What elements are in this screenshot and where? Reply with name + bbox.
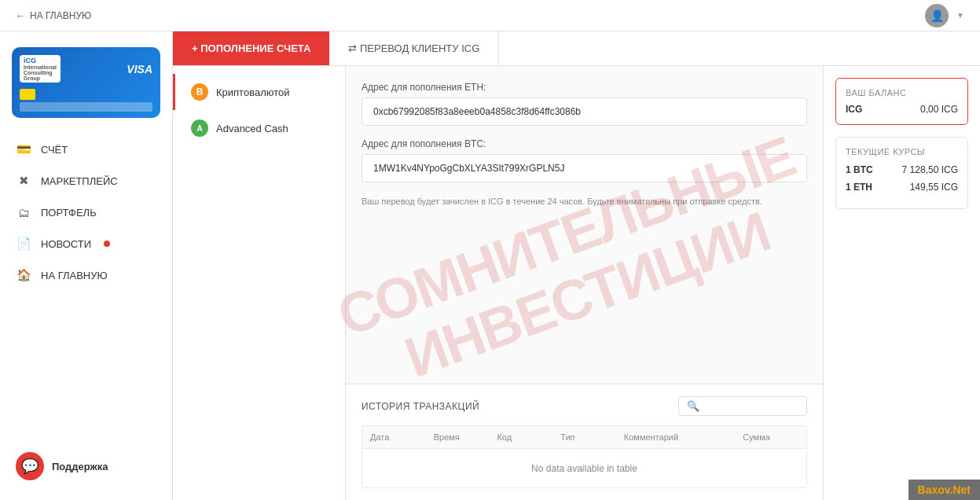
- method-advcash[interactable]: A Advanced Cash: [173, 110, 345, 146]
- col-type: Тип: [560, 432, 616, 442]
- deposit-content: Адрес для пополнения ETH: 0xcb67992085f8…: [346, 66, 823, 384]
- sidebar-item-marketplace-label: МАРКЕТПЛЕЙС: [41, 175, 118, 187]
- table-body: No data available in table: [362, 449, 807, 488]
- col-comment: Комментарий: [624, 432, 735, 442]
- method-advcash-label: Advanced Cash: [216, 123, 288, 134]
- sidebar-item-portfolio[interactable]: 🗂 ПОРТФЕЛЬ: [0, 197, 172, 228]
- tab-deposit-label: + ПОПОЛНЕНИЕ СЧЕТА: [192, 42, 310, 54]
- balance-row: ICG 0,00 ICG: [846, 104, 958, 115]
- top-bar: ← НА ГЛАВНУЮ 👤 ▼: [0, 0, 980, 31]
- eth-rate-coin: 1 ETH: [846, 182, 872, 193]
- back-link[interactable]: ← НА ГЛАВНУЮ: [16, 10, 91, 21]
- content-area: B Криптовалютой A Advanced Cash Адрес дл…: [173, 66, 980, 500]
- card-stripe: [20, 102, 152, 112]
- sidebar-item-home[interactable]: 🏠 НА ГЛАВНУЮ: [0, 259, 172, 291]
- main-layout: iCGInternationalConsultingGroup VISA 💳 С…: [0, 31, 980, 500]
- balance-title: ВАШ БАЛАНС: [846, 88, 958, 97]
- btc-rate-coin: 1 BTC: [846, 164, 873, 175]
- tab-deposit[interactable]: + ПОПОЛНЕНИЕ СЧЕТА: [173, 31, 329, 65]
- deposit-note: Ваш перевод будет зачислен в ICG в течен…: [362, 195, 807, 208]
- news-badge: [104, 241, 110, 247]
- col-date: Дата: [370, 432, 426, 442]
- home-icon: 🏠: [16, 267, 31, 283]
- visa-label: VISA: [127, 63, 152, 75]
- col-time: Время: [434, 432, 490, 442]
- transactions-area: ИСТОРИЯ ТРАНЗАКЦИЙ 🔍 Дата Время Код Тип …: [346, 384, 823, 500]
- rate-row-eth: 1 ETH 149,55 ICG: [846, 182, 958, 193]
- right-panel: ВАШ БАЛАНС ICG 0,00 ICG ТЕКУЩИЕ КУРСЫ 1 …: [823, 66, 980, 500]
- top-right-controls: 👤 ▼: [925, 4, 964, 28]
- baxov-watermark: Baxov.Net: [908, 480, 980, 500]
- main-content: + ПОПОЛНЕНИЕ СЧЕТА ⇄ ПЕРЕВОД КЛИЕНТУ ICG…: [173, 31, 980, 500]
- rates-card: ТЕКУЩИЕ КУРСЫ 1 BTC 7 128,50 ICG 1 ETH 1…: [835, 137, 968, 209]
- btc-address-block: Адрес для пополнения BTC: 1MW1Kv4NYpoGgC…: [362, 138, 807, 182]
- tab-transfer-label: ⇄ ПЕРЕВОД КЛИЕНТУ ICG: [348, 42, 479, 54]
- news-icon: 📄: [16, 236, 31, 252]
- tabs-area: + ПОПОЛНЕНИЕ СЧЕТА ⇄ ПЕРЕВОД КЛИЕНТУ ICG: [173, 31, 980, 66]
- btc-address-label: Адрес для пополнения BTC:: [362, 138, 807, 149]
- support-section[interactable]: 💬 Поддержка: [0, 440, 172, 492]
- icg-logo: iCGInternationalConsultingGroup: [20, 55, 61, 83]
- back-arrow: ←: [16, 10, 25, 21]
- transactions-title: ИСТОРИЯ ТРАНЗАКЦИЙ: [362, 401, 479, 412]
- back-label: НА ГЛАВНУЮ: [30, 10, 91, 21]
- balance-card: ВАШ БАЛАНС ICG 0,00 ICG: [835, 78, 968, 125]
- eth-address-label: Адрес для пополнения ETH:: [362, 82, 807, 93]
- col-sum: Сумма: [743, 432, 798, 442]
- search-box[interactable]: 🔍: [678, 396, 807, 416]
- account-icon: 💳: [16, 142, 31, 157]
- eth-rate-value: 149,55 ICG: [910, 182, 958, 193]
- deposit-methods-panel: B Криптовалютой A Advanced Cash: [173, 66, 346, 500]
- btc-address-value: 1MW1Kv4NYpoGgCbXLYA3SIt799XrGPLN5J: [362, 154, 807, 182]
- sidebar-item-marketplace[interactable]: ✖ МАРКЕТПЛЕЙС: [0, 165, 172, 197]
- center-panel: Адрес для пополнения ETH: 0xcb67992085f8…: [346, 66, 823, 500]
- no-data-message: No data available in table: [531, 463, 637, 474]
- sidebar-item-news-label: НОВОСТИ: [41, 238, 91, 250]
- method-crypto[interactable]: B Криптовалютой: [173, 74, 345, 110]
- col-code: Код: [497, 432, 552, 442]
- search-icon: 🔍: [687, 400, 699, 412]
- card-preview: iCGInternationalConsultingGroup VISA: [12, 47, 160, 118]
- advcash-icon: A: [191, 119, 208, 137]
- card-logo: iCGInternationalConsultingGroup VISA: [20, 55, 152, 83]
- baxov-text-orange: .Net: [950, 483, 971, 496]
- search-input[interactable]: [704, 401, 798, 412]
- card-chip: [20, 89, 35, 100]
- baxov-text-white: Baxov: [918, 483, 950, 496]
- method-crypto-label: Криптовалютой: [216, 86, 289, 98]
- sidebar-item-account-label: СЧЁТ: [41, 144, 68, 156]
- sidebar-item-news[interactable]: 📄 НОВОСТИ: [0, 228, 172, 259]
- sidebar-item-account[interactable]: 💳 СЧЁТ: [0, 134, 172, 165]
- user-avatar[interactable]: 👤: [925, 4, 949, 28]
- sidebar: iCGInternationalConsultingGroup VISA 💳 С…: [0, 31, 173, 500]
- transactions-header: ИСТОРИЯ ТРАНЗАКЦИЙ 🔍: [362, 396, 807, 416]
- portfolio-icon: 🗂: [16, 204, 31, 220]
- support-bubble: 💬: [16, 452, 44, 480]
- sidebar-item-portfolio-label: ПОРТФЕЛЬ: [41, 207, 97, 219]
- crypto-icon: B: [191, 83, 208, 101]
- rates-title: ТЕКУЩИЕ КУРСЫ: [846, 147, 958, 156]
- rate-row-btc: 1 BTC 7 128,50 ICG: [846, 164, 958, 175]
- support-label: Поддержка: [52, 461, 108, 472]
- tab-transfer[interactable]: ⇄ ПЕРЕВОД КЛИЕНТУ ICG: [329, 31, 499, 65]
- balance-amount: 0,00 ICG: [920, 104, 958, 115]
- marketplace-icon: ✖: [16, 173, 31, 189]
- table-header: Дата Время Код Тип Комментарий Сумма: [362, 425, 807, 449]
- dropdown-arrow-icon[interactable]: ▼: [956, 11, 964, 20]
- eth-address-block: Адрес для пополнения ETH: 0xcb67992085f8…: [362, 82, 807, 126]
- sidebar-item-home-label: НА ГЛАВНУЮ: [41, 270, 108, 281]
- btc-rate-value: 7 128,50 ICG: [902, 164, 958, 175]
- balance-currency: ICG: [846, 104, 862, 115]
- eth-address-value: 0xcb67992085f83a8eeeb0a4858c3f8d64ffc308…: [362, 97, 807, 126]
